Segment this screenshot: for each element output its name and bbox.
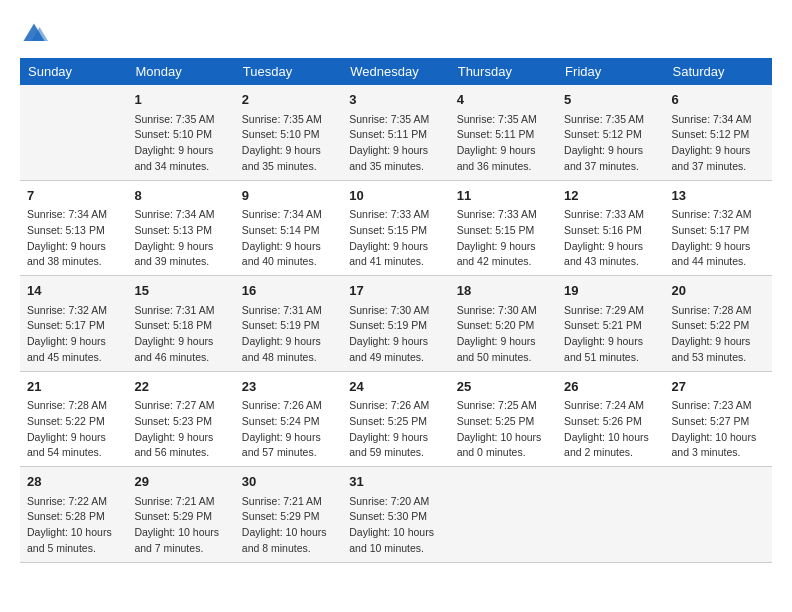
day-info: Sunrise: 7:35 AMSunset: 5:12 PMDaylight:… bbox=[564, 112, 657, 175]
day-info: Sunrise: 7:23 AMSunset: 5:27 PMDaylight:… bbox=[672, 398, 765, 461]
calendar-cell: 6Sunrise: 7:34 AMSunset: 5:12 PMDaylight… bbox=[665, 85, 772, 180]
day-number: 28 bbox=[27, 472, 120, 492]
day-info: Sunrise: 7:33 AMSunset: 5:15 PMDaylight:… bbox=[349, 207, 442, 270]
day-info: Sunrise: 7:35 AMSunset: 5:10 PMDaylight:… bbox=[242, 112, 335, 175]
day-info: Sunrise: 7:34 AMSunset: 5:13 PMDaylight:… bbox=[27, 207, 120, 270]
calendar-cell bbox=[450, 467, 557, 563]
day-number: 15 bbox=[134, 281, 227, 301]
calendar-cell: 3Sunrise: 7:35 AMSunset: 5:11 PMDaylight… bbox=[342, 85, 449, 180]
day-info: Sunrise: 7:35 AMSunset: 5:10 PMDaylight:… bbox=[134, 112, 227, 175]
day-info: Sunrise: 7:27 AMSunset: 5:23 PMDaylight:… bbox=[134, 398, 227, 461]
day-info: Sunrise: 7:28 AMSunset: 5:22 PMDaylight:… bbox=[672, 303, 765, 366]
header-row: SundayMondayTuesdayWednesdayThursdayFrid… bbox=[20, 58, 772, 85]
day-number: 22 bbox=[134, 377, 227, 397]
day-info: Sunrise: 7:28 AMSunset: 5:22 PMDaylight:… bbox=[27, 398, 120, 461]
calendar-cell: 21Sunrise: 7:28 AMSunset: 5:22 PMDayligh… bbox=[20, 371, 127, 467]
day-info: Sunrise: 7:34 AMSunset: 5:12 PMDaylight:… bbox=[672, 112, 765, 175]
day-number: 18 bbox=[457, 281, 550, 301]
day-number: 23 bbox=[242, 377, 335, 397]
day-info: Sunrise: 7:32 AMSunset: 5:17 PMDaylight:… bbox=[27, 303, 120, 366]
day-info: Sunrise: 7:22 AMSunset: 5:28 PMDaylight:… bbox=[27, 494, 120, 557]
week-row-3: 14Sunrise: 7:32 AMSunset: 5:17 PMDayligh… bbox=[20, 276, 772, 372]
calendar-cell: 15Sunrise: 7:31 AMSunset: 5:18 PMDayligh… bbox=[127, 276, 234, 372]
header-friday: Friday bbox=[557, 58, 664, 85]
header-tuesday: Tuesday bbox=[235, 58, 342, 85]
day-number: 24 bbox=[349, 377, 442, 397]
day-number: 12 bbox=[564, 186, 657, 206]
calendar-cell: 9Sunrise: 7:34 AMSunset: 5:14 PMDaylight… bbox=[235, 180, 342, 276]
calendar-cell: 12Sunrise: 7:33 AMSunset: 5:16 PMDayligh… bbox=[557, 180, 664, 276]
day-number: 1 bbox=[134, 90, 227, 110]
calendar-cell: 10Sunrise: 7:33 AMSunset: 5:15 PMDayligh… bbox=[342, 180, 449, 276]
calendar-cell: 17Sunrise: 7:30 AMSunset: 5:19 PMDayligh… bbox=[342, 276, 449, 372]
day-info: Sunrise: 7:33 AMSunset: 5:15 PMDaylight:… bbox=[457, 207, 550, 270]
day-info: Sunrise: 7:21 AMSunset: 5:29 PMDaylight:… bbox=[134, 494, 227, 557]
calendar-cell: 28Sunrise: 7:22 AMSunset: 5:28 PMDayligh… bbox=[20, 467, 127, 563]
day-info: Sunrise: 7:21 AMSunset: 5:29 PMDaylight:… bbox=[242, 494, 335, 557]
calendar-cell: 4Sunrise: 7:35 AMSunset: 5:11 PMDaylight… bbox=[450, 85, 557, 180]
calendar-cell: 30Sunrise: 7:21 AMSunset: 5:29 PMDayligh… bbox=[235, 467, 342, 563]
logo-icon bbox=[20, 20, 48, 48]
day-number: 6 bbox=[672, 90, 765, 110]
day-info: Sunrise: 7:34 AMSunset: 5:14 PMDaylight:… bbox=[242, 207, 335, 270]
day-info: Sunrise: 7:35 AMSunset: 5:11 PMDaylight:… bbox=[457, 112, 550, 175]
day-info: Sunrise: 7:30 AMSunset: 5:19 PMDaylight:… bbox=[349, 303, 442, 366]
calendar-cell: 13Sunrise: 7:32 AMSunset: 5:17 PMDayligh… bbox=[665, 180, 772, 276]
day-info: Sunrise: 7:30 AMSunset: 5:20 PMDaylight:… bbox=[457, 303, 550, 366]
day-number: 30 bbox=[242, 472, 335, 492]
day-info: Sunrise: 7:35 AMSunset: 5:11 PMDaylight:… bbox=[349, 112, 442, 175]
header-monday: Monday bbox=[127, 58, 234, 85]
calendar-cell bbox=[665, 467, 772, 563]
day-number: 11 bbox=[457, 186, 550, 206]
day-number: 8 bbox=[134, 186, 227, 206]
calendar-cell: 29Sunrise: 7:21 AMSunset: 5:29 PMDayligh… bbox=[127, 467, 234, 563]
day-info: Sunrise: 7:25 AMSunset: 5:25 PMDaylight:… bbox=[457, 398, 550, 461]
week-row-5: 28Sunrise: 7:22 AMSunset: 5:28 PMDayligh… bbox=[20, 467, 772, 563]
calendar-cell bbox=[557, 467, 664, 563]
day-number: 21 bbox=[27, 377, 120, 397]
day-number: 3 bbox=[349, 90, 442, 110]
calendar-cell: 16Sunrise: 7:31 AMSunset: 5:19 PMDayligh… bbox=[235, 276, 342, 372]
page-header bbox=[20, 20, 772, 48]
day-number: 20 bbox=[672, 281, 765, 301]
header-saturday: Saturday bbox=[665, 58, 772, 85]
day-number: 14 bbox=[27, 281, 120, 301]
calendar-cell bbox=[20, 85, 127, 180]
calendar-cell: 5Sunrise: 7:35 AMSunset: 5:12 PMDaylight… bbox=[557, 85, 664, 180]
header-thursday: Thursday bbox=[450, 58, 557, 85]
calendar-table: SundayMondayTuesdayWednesdayThursdayFrid… bbox=[20, 58, 772, 563]
day-info: Sunrise: 7:26 AMSunset: 5:24 PMDaylight:… bbox=[242, 398, 335, 461]
calendar-cell: 18Sunrise: 7:30 AMSunset: 5:20 PMDayligh… bbox=[450, 276, 557, 372]
day-number: 5 bbox=[564, 90, 657, 110]
day-info: Sunrise: 7:33 AMSunset: 5:16 PMDaylight:… bbox=[564, 207, 657, 270]
calendar-cell: 2Sunrise: 7:35 AMSunset: 5:10 PMDaylight… bbox=[235, 85, 342, 180]
day-number: 10 bbox=[349, 186, 442, 206]
calendar-cell: 14Sunrise: 7:32 AMSunset: 5:17 PMDayligh… bbox=[20, 276, 127, 372]
day-number: 16 bbox=[242, 281, 335, 301]
calendar-cell: 24Sunrise: 7:26 AMSunset: 5:25 PMDayligh… bbox=[342, 371, 449, 467]
day-number: 31 bbox=[349, 472, 442, 492]
day-info: Sunrise: 7:29 AMSunset: 5:21 PMDaylight:… bbox=[564, 303, 657, 366]
calendar-cell: 23Sunrise: 7:26 AMSunset: 5:24 PMDayligh… bbox=[235, 371, 342, 467]
day-info: Sunrise: 7:20 AMSunset: 5:30 PMDaylight:… bbox=[349, 494, 442, 557]
week-row-1: 1Sunrise: 7:35 AMSunset: 5:10 PMDaylight… bbox=[20, 85, 772, 180]
week-row-4: 21Sunrise: 7:28 AMSunset: 5:22 PMDayligh… bbox=[20, 371, 772, 467]
day-number: 19 bbox=[564, 281, 657, 301]
day-number: 26 bbox=[564, 377, 657, 397]
day-number: 25 bbox=[457, 377, 550, 397]
calendar-cell: 1Sunrise: 7:35 AMSunset: 5:10 PMDaylight… bbox=[127, 85, 234, 180]
calendar-cell: 26Sunrise: 7:24 AMSunset: 5:26 PMDayligh… bbox=[557, 371, 664, 467]
day-info: Sunrise: 7:26 AMSunset: 5:25 PMDaylight:… bbox=[349, 398, 442, 461]
day-number: 2 bbox=[242, 90, 335, 110]
day-info: Sunrise: 7:24 AMSunset: 5:26 PMDaylight:… bbox=[564, 398, 657, 461]
header-wednesday: Wednesday bbox=[342, 58, 449, 85]
day-info: Sunrise: 7:32 AMSunset: 5:17 PMDaylight:… bbox=[672, 207, 765, 270]
logo bbox=[20, 20, 50, 48]
day-number: 13 bbox=[672, 186, 765, 206]
day-number: 29 bbox=[134, 472, 227, 492]
calendar-cell: 8Sunrise: 7:34 AMSunset: 5:13 PMDaylight… bbox=[127, 180, 234, 276]
calendar-cell: 7Sunrise: 7:34 AMSunset: 5:13 PMDaylight… bbox=[20, 180, 127, 276]
day-number: 7 bbox=[27, 186, 120, 206]
day-number: 17 bbox=[349, 281, 442, 301]
calendar-cell: 31Sunrise: 7:20 AMSunset: 5:30 PMDayligh… bbox=[342, 467, 449, 563]
